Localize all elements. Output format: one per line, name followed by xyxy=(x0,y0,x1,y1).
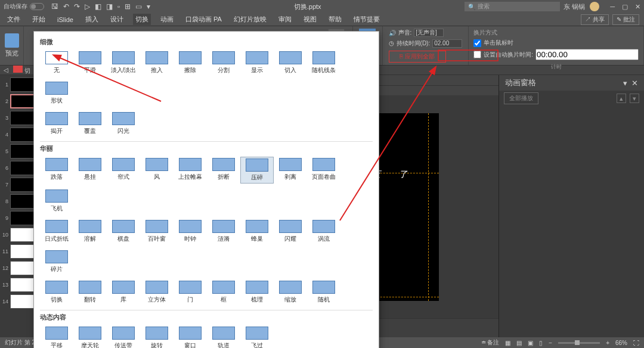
preview-group[interactable]: 预览 xyxy=(0,26,24,65)
move-down-icon[interactable]: ▾ xyxy=(630,94,639,103)
autosave-toggle[interactable] xyxy=(30,3,44,10)
transition-item[interactable]: 擦除 xyxy=(174,50,207,76)
sub-back-icon[interactable]: ◁ xyxy=(4,67,8,73)
transition-item[interactable]: 揭开 xyxy=(40,111,73,136)
thumb[interactable]: 8 xyxy=(1,194,38,209)
tab-storyboard[interactable]: 情节提要 xyxy=(351,14,382,25)
tab-insert[interactable]: 插入 xyxy=(83,14,101,25)
zoom-in-icon[interactable]: + xyxy=(606,340,609,346)
transition-item[interactable]: 平移 xyxy=(40,325,73,348)
comment-button[interactable]: ✎ 批注 xyxy=(612,14,639,25)
tab-design[interactable]: 设计 xyxy=(108,14,126,25)
transition-item[interactable]: 蜂巢 xyxy=(240,219,274,244)
transition-item[interactable]: 切入 xyxy=(274,50,307,76)
view-normal-icon[interactable]: ▦ xyxy=(505,340,510,346)
transition-item[interactable]: 立方体 xyxy=(140,279,174,305)
view-slideshow-icon[interactable]: ▯ xyxy=(539,340,543,346)
zoom-out-icon[interactable]: − xyxy=(549,340,552,346)
transition-item[interactable]: 平滑 xyxy=(73,50,107,76)
qat-more-icon[interactable]: ▾ xyxy=(147,2,150,11)
tab-animations[interactable]: 动画 xyxy=(158,14,176,25)
transition-item[interactable]: 日式折纸 xyxy=(40,219,73,244)
transition-item[interactable]: 随机线条 xyxy=(307,50,340,76)
transition-item[interactable]: 涡流 xyxy=(307,219,340,244)
notes-toggle[interactable]: ≐ 备注 xyxy=(481,338,500,347)
transition-item[interactable]: 梳理 xyxy=(240,279,274,305)
autosave[interactable]: 自动保存 xyxy=(4,2,44,11)
close-icon[interactable]: ✕ xyxy=(635,3,640,11)
thumb[interactable]: 11 xyxy=(1,244,38,259)
save-icon[interactable]: 🖫 xyxy=(51,2,58,11)
transition-item[interactable]: 轨道 xyxy=(207,325,240,348)
avatar[interactable] xyxy=(590,2,599,11)
transition-item[interactable]: 折断 xyxy=(207,157,240,184)
thumb[interactable]: 13 xyxy=(1,278,38,292)
transition-item[interactable]: 分割 xyxy=(207,50,240,76)
transition-item[interactable]: 风 xyxy=(140,157,174,184)
qat-icon[interactable]: ⊞ xyxy=(125,2,131,11)
tab-islide[interactable]: iSlide xyxy=(55,15,76,24)
transition-item[interactable]: 页面卷曲 xyxy=(307,157,340,184)
thumb[interactable]: 14 xyxy=(1,294,38,309)
transition-item[interactable]: 摩天轮 xyxy=(73,325,107,348)
transition-item[interactable]: 切换 xyxy=(40,279,73,305)
view-reading-icon[interactable]: ▣ xyxy=(528,340,533,346)
transition-item[interactable]: 翻转 xyxy=(73,279,107,305)
anim-pane-dropdown-icon[interactable]: ▾ xyxy=(623,79,627,88)
transition-item[interactable]: 库 xyxy=(107,279,140,305)
tab-help[interactable]: 帮助 xyxy=(326,14,344,25)
thumb[interactable]: 4 xyxy=(1,128,38,142)
transition-item[interactable]: 涟漪 xyxy=(207,219,240,244)
fit-window-icon[interactable]: ⛶ xyxy=(633,340,639,346)
transition-item[interactable]: 帘式 xyxy=(107,157,140,184)
thumb[interactable]: 2 xyxy=(1,94,38,108)
thumb[interactable]: 10 xyxy=(1,228,38,242)
maximize-icon[interactable]: ▢ xyxy=(622,3,628,11)
apply-all-button[interactable]: ⎘ 应用到全部 xyxy=(389,51,446,63)
sound-select[interactable] xyxy=(414,29,444,37)
qat-icon[interactable]: ◧ xyxy=(95,2,101,11)
transition-item[interactable]: 溶解 xyxy=(73,219,107,244)
tab-view[interactable]: 视图 xyxy=(301,14,319,25)
minimize-icon[interactable]: ─ xyxy=(610,3,615,11)
transition-item[interactable]: 闪耀 xyxy=(274,219,307,244)
search-box[interactable]: 🔍 搜索 xyxy=(465,2,560,11)
play-all-button[interactable]: 全部播放 xyxy=(504,92,538,104)
transition-item[interactable]: 缩放 xyxy=(274,279,307,305)
tab-transitions[interactable]: 切换 xyxy=(133,14,151,25)
transition-item[interactable]: 悬挂 xyxy=(73,157,107,184)
transition-item[interactable]: 跌落 xyxy=(40,157,73,184)
thumb[interactable]: 3 xyxy=(1,111,38,125)
transition-item[interactable]: 随机 xyxy=(307,279,340,305)
transition-item[interactable]: 无 xyxy=(40,50,73,76)
zoom-slider[interactable] xyxy=(558,342,600,344)
thumb[interactable]: 9 xyxy=(1,211,38,225)
qat-icon[interactable]: ▭ xyxy=(135,2,142,11)
transition-item[interactable]: 剥离 xyxy=(274,157,307,184)
transition-item[interactable]: 上拉帷幕 xyxy=(174,157,207,184)
transition-item[interactable]: 飞过 xyxy=(240,325,274,348)
redo-icon[interactable]: ↷ xyxy=(74,2,80,11)
qat-icon[interactable]: ◨ xyxy=(106,2,113,11)
transition-item[interactable]: 传送带 xyxy=(107,325,140,348)
tab-review[interactable]: 审阅 xyxy=(276,14,294,25)
transition-item[interactable]: 时钟 xyxy=(174,219,207,244)
transition-item[interactable]: 百叶窗 xyxy=(140,219,174,244)
transition-item[interactable]: 淡入/淡出 xyxy=(107,50,140,76)
on-click-checkbox[interactable] xyxy=(473,39,481,47)
thumb[interactable]: 7 xyxy=(1,178,38,192)
thumb[interactable]: 12 xyxy=(1,261,38,275)
after-input[interactable] xyxy=(535,49,639,60)
transition-item[interactable]: 碎片 xyxy=(40,249,73,275)
duration-input[interactable] xyxy=(432,39,462,48)
anim-pane-close-icon[interactable]: ✕ xyxy=(631,79,638,88)
thumb[interactable]: 6 xyxy=(1,161,38,175)
transition-item[interactable]: 窗口 xyxy=(174,325,207,348)
transition-item[interactable]: 显示 xyxy=(240,50,274,76)
thumb[interactable]: 5 xyxy=(1,144,38,159)
transition-item[interactable]: 形状 xyxy=(40,80,73,106)
transition-item[interactable]: 棋盘 xyxy=(107,219,140,244)
thumb[interactable]: 1 xyxy=(1,77,38,92)
view-sorter-icon[interactable]: ▤ xyxy=(516,340,522,346)
tab-slideshow[interactable]: 幻灯片放映 xyxy=(231,14,269,25)
